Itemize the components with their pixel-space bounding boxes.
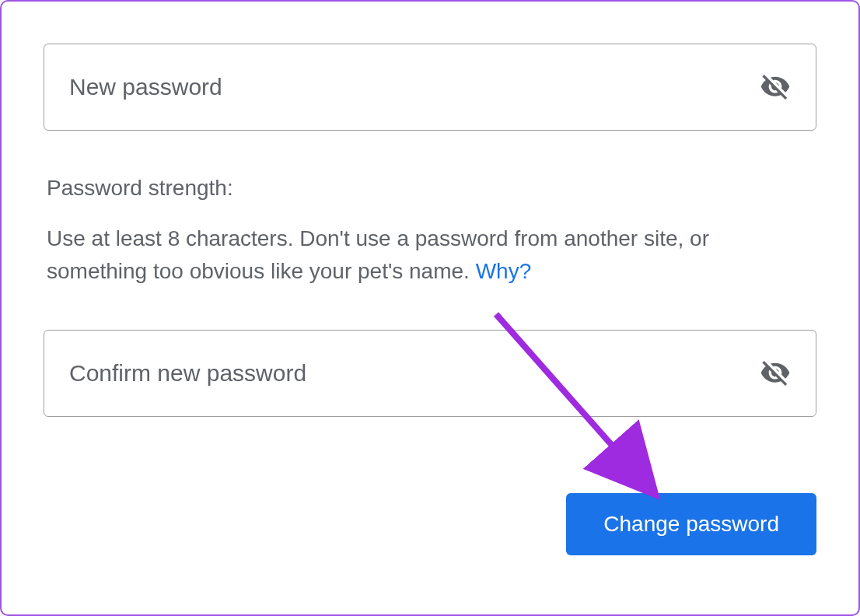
- why-link[interactable]: Why?: [476, 259, 532, 283]
- visibility-off-icon[interactable]: [757, 68, 794, 106]
- confirm-password-input[interactable]: [69, 360, 736, 387]
- confirm-password-field-wrap: [44, 330, 816, 417]
- password-strength-block: Password strength: Use at least 8 charac…: [44, 176, 816, 288]
- new-password-input[interactable]: [69, 74, 736, 100]
- password-strength-text: Use at least 8 characters. Don't use a p…: [47, 226, 709, 283]
- change-password-button[interactable]: Change password: [566, 493, 816, 555]
- password-strength-label: Password strength:: [47, 176, 813, 201]
- new-password-field-wrap: [44, 44, 816, 131]
- submit-row: Change password: [44, 493, 816, 555]
- visibility-off-icon[interactable]: [757, 355, 794, 392]
- password-strength-description: Use at least 8 characters. Don't use a p…: [47, 222, 813, 288]
